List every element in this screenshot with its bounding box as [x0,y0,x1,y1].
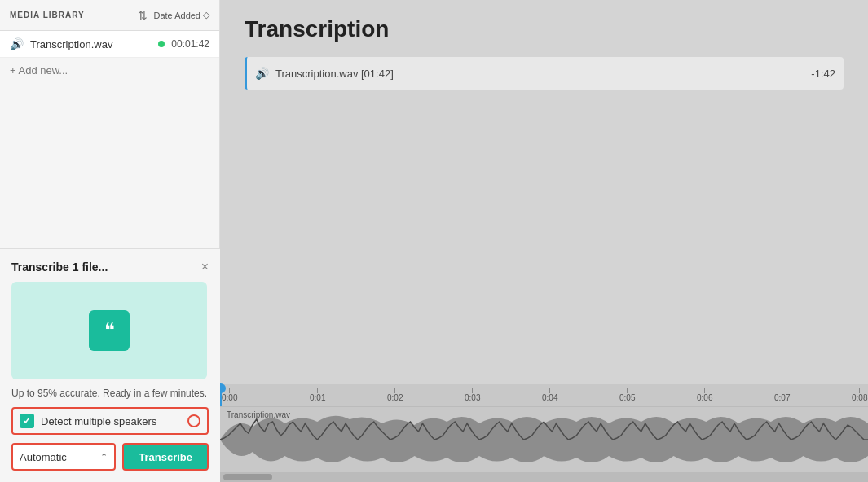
audio-track-icon: 🔊 [255,67,269,80]
timeline-marker-4: 0:04 [542,388,557,402]
playhead[interactable] [220,384,222,406]
timeline-area: 0:00 0:01 0:02 0:03 0:04 0:05 0:06 0:07 … [220,384,868,482]
transcribe-panel-title: Transcribe 1 file... [11,261,108,274]
media-item-duration: 00:01:42 [171,38,209,50]
quote-icon: ❝ [89,310,130,351]
language-select[interactable]: Automatic ⌃ [11,443,116,471]
audio-file-icon: 🔊 [10,37,24,50]
accuracy-text: Up to 95% accurate. Ready in a few minut… [11,388,209,399]
sort-icon[interactable]: ⇅ [138,9,148,22]
audio-track-bar[interactable]: 🔊 Transcription.wav [01:42] -1:42 [245,57,844,90]
sidebar-title: MEDIA LIBRARY [10,11,131,20]
status-dot [158,41,165,47]
timeline-marker-7: 0:07 [774,388,790,402]
transcribe-panel: Transcribe 1 file... × ❝ Up to 95% accur… [0,248,220,482]
date-added-button[interactable]: Date Added ◇ [154,10,210,20]
close-button[interactable]: × [201,261,209,274]
waveform-svg: // We'll do this with inline rects [220,407,868,472]
main-header: Transcription [220,0,868,50]
media-item-name: Transcription.wav [30,38,152,50]
timeline-marker-5: 0:05 [619,388,635,402]
sidebar-header: MEDIA LIBRARY ⇅ Date Added ◇ [0,0,219,31]
transcribe-thumbnail: ❝ [11,282,207,379]
timeline-marker-1: 0:01 [310,388,325,402]
timeline-marker-2: 0:02 [387,388,403,402]
transcribe-button[interactable]: Transcribe [122,443,209,471]
page-title: Transcription [245,16,844,42]
audio-track-name: Transcription.wav [01:42] [275,68,804,80]
detect-speakers-row[interactable]: Detect multiple speakers [11,407,209,435]
scrollbar-thumb[interactable] [223,474,272,480]
sidebar: MEDIA LIBRARY ⇅ Date Added ◇ 🔊 Transcrip… [0,0,220,482]
timeline-marker-3: 0:03 [465,388,480,402]
timeline-marker-8: 0:08 [852,388,867,402]
scrollbar-area[interactable] [220,472,868,482]
timeline-ruler: 0:00 0:01 0:02 0:03 0:04 0:05 0:06 0:07 … [220,384,868,407]
timeline-marker-6: 0:06 [697,388,712,402]
media-item[interactable]: 🔊 Transcription.wav 00:01:42 [0,31,219,58]
chevron-down-icon: ⌃ [100,452,108,462]
main-content: Transcription 🔊 Transcription.wav [01:42… [220,0,868,482]
waveform-area: Transcription.wav // We'll do this with … [220,407,868,472]
bottom-row: Automatic ⌃ Transcribe [11,443,209,471]
add-new-button[interactable]: + Add new... [0,58,219,83]
detect-speakers-label: Detect multiple speakers [41,415,156,427]
audio-time-remaining: -1:42 [811,68,835,80]
cursor-indicator [187,414,200,427]
waveform-label: Transcription.wav [227,410,290,419]
detect-speakers-checkbox[interactable] [20,414,34,428]
transcribe-panel-header: Transcribe 1 file... × [11,261,209,274]
